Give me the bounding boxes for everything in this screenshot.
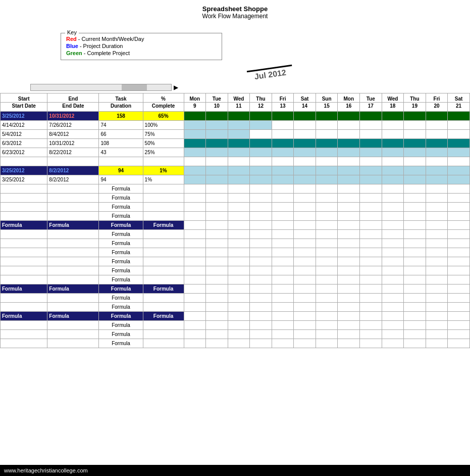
gantt-cell (250, 221, 272, 230)
gantt-cell (404, 121, 426, 130)
gantt-cell (360, 239, 382, 248)
scroll-right-arrow[interactable]: ▶ (172, 84, 178, 91)
gantt-cell (184, 184, 206, 194)
gantt-cell (228, 130, 250, 139)
gantt-cell (338, 166, 360, 175)
gantt-cell (448, 194, 470, 203)
gantt-cell (294, 221, 316, 230)
gantt-cell (360, 130, 382, 139)
gantt-cell (228, 166, 250, 175)
gantt-cell (448, 148, 470, 157)
cell-duration: Formula (99, 294, 143, 303)
gantt-cell (250, 239, 272, 248)
gantt-cell (316, 312, 338, 321)
cell-duration: 94 (99, 175, 143, 184)
gantt-cell (272, 157, 294, 166)
col-end-label: End (47, 93, 99, 103)
cell-end (47, 203, 99, 212)
gantt-cell (360, 330, 382, 339)
cell-end: 8/2/2012 (47, 166, 99, 175)
cell-duration: Formula (99, 266, 143, 275)
gantt-cell (294, 239, 316, 248)
day-num-9: 9 (184, 103, 206, 112)
gantt-cell (206, 121, 228, 130)
gantt-cell (316, 330, 338, 339)
cell-duration: Formula (99, 248, 143, 257)
day-num-18: 18 (382, 103, 404, 112)
gantt-cell (448, 175, 470, 184)
cell-start (1, 303, 47, 312)
gantt-cell (404, 248, 426, 257)
gantt-cell (294, 257, 316, 266)
gantt-cell (382, 130, 404, 139)
gantt-cell (404, 194, 426, 203)
gantt-cell (294, 212, 316, 221)
cell-pct: Formula (143, 312, 184, 321)
gantt-cell (228, 175, 250, 184)
gantt-cell (448, 130, 470, 139)
gantt-cell (382, 248, 404, 257)
cell-pct: 50% (143, 139, 184, 148)
table-row: 4/14/20127/26/201274100% (1, 121, 470, 130)
cell-pct (143, 248, 184, 257)
gantt-cell (448, 112, 470, 121)
gantt-cell (426, 275, 448, 284)
gantt-cell (426, 221, 448, 230)
gantt-cell (316, 230, 338, 239)
gantt-cell (404, 330, 426, 339)
gantt-cell (426, 212, 448, 221)
gantt-cell (426, 139, 448, 148)
gantt-cell (184, 330, 206, 339)
table-row: 3/25/201210/31/201215865% (1, 112, 470, 121)
cell-end (47, 294, 99, 303)
gantt-cell (338, 157, 360, 166)
gantt-cell (360, 221, 382, 230)
gantt-cell (272, 330, 294, 339)
cell-pct (143, 239, 184, 248)
gantt-cell (206, 157, 228, 166)
gantt-cell (250, 303, 272, 312)
gantt-cell (294, 121, 316, 130)
gantt-cell (316, 157, 338, 166)
gantt-cell (382, 230, 404, 239)
cell-pct (143, 203, 184, 212)
cell-duration: Formula (99, 212, 143, 221)
gantt-cell (382, 139, 404, 148)
table-header-row1: Start End Task % Mon Tue Wed Thu Fri Sat… (1, 93, 470, 103)
gantt-cell (360, 212, 382, 221)
gantt-cell (272, 148, 294, 157)
gantt-cell (404, 339, 426, 348)
gantt-cell (250, 312, 272, 321)
scrollbar-area[interactable]: ▶ (30, 84, 178, 91)
cell-start: 5/4/2012 (1, 130, 47, 139)
gantt-cell (206, 130, 228, 139)
cell-pct (143, 184, 184, 194)
gantt-cell (184, 339, 206, 348)
gantt-cell (294, 275, 316, 284)
table-row: Formula (1, 184, 470, 194)
gantt-cell (404, 175, 426, 184)
day-sat-21: Sat (448, 93, 470, 103)
gantt-cell (294, 112, 316, 121)
cell-end (47, 330, 99, 339)
cell-start (1, 184, 47, 194)
cell-start (1, 321, 47, 330)
gantt-cell (448, 248, 470, 257)
col-complete-label: Complete (143, 103, 184, 112)
gantt-cell (206, 212, 228, 221)
gantt-cell (316, 239, 338, 248)
cell-pct (143, 257, 184, 266)
gantt-cell (272, 257, 294, 266)
cell-pct: 100% (143, 121, 184, 130)
day-num-14: 14 (294, 103, 316, 112)
gantt-cell (426, 239, 448, 248)
gantt-cell (184, 221, 206, 230)
cell-duration: 108 (99, 139, 143, 148)
gantt-cell (448, 203, 470, 212)
cell-pct (143, 294, 184, 303)
gantt-cell (448, 157, 470, 166)
gantt-cell (272, 112, 294, 121)
cell-pct: 1% (143, 175, 184, 184)
gantt-cell (294, 203, 316, 212)
cell-duration: 74 (99, 121, 143, 130)
